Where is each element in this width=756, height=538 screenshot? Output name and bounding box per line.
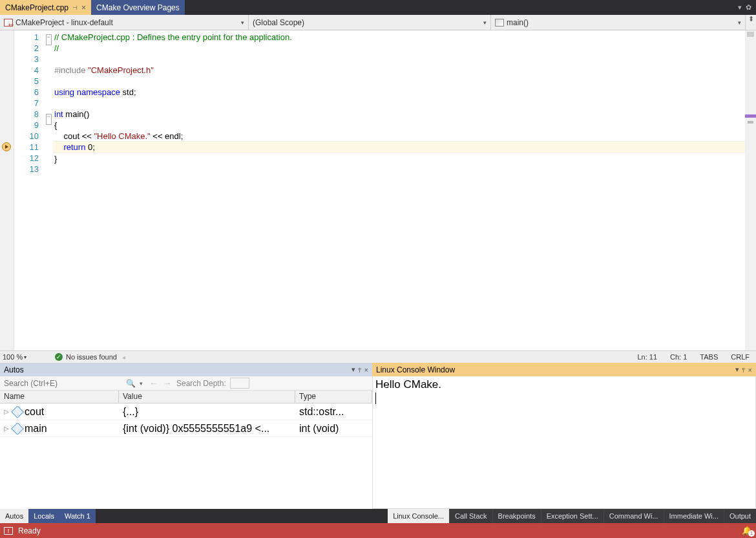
variable-icon (11, 406, 24, 418)
variable-icon (11, 423, 24, 435)
autos-search-input[interactable] (0, 377, 126, 390)
code-line[interactable] (53, 54, 745, 65)
close-icon[interactable]: × (81, 3, 86, 12)
chevron-down-icon: ▾ (24, 354, 26, 360)
close-icon[interactable]: × (364, 366, 368, 374)
error-list-icon[interactable]: ! (4, 527, 13, 535)
fold-toggle[interactable]: − (46, 114, 52, 125)
editor-status-bar: 100 % ▾ ✓ No issues found ◂ Ln: 11 Ch: 1… (0, 350, 756, 363)
tab-cmake-overview[interactable]: CMake Overview Pages (91, 0, 185, 15)
pin-icon[interactable]: ⊣ (72, 5, 78, 11)
nav-right-icon[interactable]: → (163, 378, 171, 388)
code-line[interactable]: { (53, 120, 745, 131)
bottom-tab-autos[interactable]: Autos (0, 509, 28, 523)
bottom-tab[interactable]: Exception Sett... (541, 509, 604, 523)
bottom-tab-strip: AutosLocalsWatch 1 Linux Console...Call … (0, 509, 756, 523)
breakpoint-margin[interactable] (0, 30, 14, 350)
config-dropdown[interactable]: CMakeProject - linux-default ▾ (0, 15, 249, 30)
autos-row[interactable]: ▷main{int (void)} 0x5555555551a9 <...int… (0, 420, 372, 437)
status-text: Ready (18, 526, 41, 535)
close-icon[interactable]: × (748, 366, 752, 374)
bottom-tab[interactable]: Breakpoints (493, 509, 541, 523)
autos-row[interactable]: ▷cout{...}std::ostr... (0, 404, 372, 420)
bottom-tab-locals[interactable]: Locals (28, 509, 59, 523)
autos-grid-header: Name Value Type (0, 391, 372, 404)
chevron-down-icon[interactable]: ▾ (140, 380, 147, 387)
col-name[interactable]: Name (0, 391, 119, 403)
col-indicator[interactable]: Ch: 1 (670, 353, 687, 361)
zoom-dropdown[interactable]: 100 % ▾ (0, 353, 36, 361)
var-value[interactable]: {int (void)} 0x5555555551a9 <... (119, 423, 295, 435)
indent-indicator[interactable]: TABS (700, 353, 718, 361)
code-editor[interactable]: 12345678910111213 −− // CMakeProject.cpp… (0, 30, 756, 350)
line-indicator[interactable]: Ln: 11 (637, 353, 657, 361)
code-line[interactable] (53, 98, 745, 109)
bottom-tab[interactable]: Linux Console... (388, 509, 449, 523)
chevron-down-icon: ▾ (241, 19, 244, 26)
dropdown-icon[interactable]: ▾ (738, 3, 742, 12)
notification-count: 1 (748, 530, 755, 537)
scrollbar-thumb[interactable] (747, 32, 754, 37)
autos-grid-body[interactable]: ▷cout{...}std::ostr...▷main{int (void)} … (0, 404, 372, 509)
pin-icon[interactable]: ⫯ (358, 366, 362, 374)
autos-panel: Autos ▾ ⫯ × 🔍 ▾ ← → Search Depth: Name V… (0, 363, 372, 509)
method-icon (495, 19, 504, 27)
tab-active-file[interactable]: CMakeProject.cpp ⊣ × (0, 0, 91, 15)
col-value[interactable]: Value (119, 391, 295, 403)
eol-indicator[interactable]: CRLF (731, 353, 750, 361)
code-content[interactable]: // CMakeProject.cpp : Defines the entry … (53, 30, 745, 350)
config-label: CMakeProject - linux-default (16, 18, 113, 27)
issues-label: No issues found (66, 353, 117, 361)
bottom-tab[interactable]: Command Wi... (604, 509, 664, 523)
var-value[interactable]: {...} (119, 406, 295, 418)
autos-title-bar[interactable]: Autos ▾ ⫯ × (0, 363, 372, 376)
nav-left-icon[interactable]: ← (149, 378, 158, 388)
scope-dropdown[interactable]: (Global Scope) ▾ (249, 15, 491, 30)
bottom-tab[interactable]: Call Stack (450, 509, 492, 523)
function-dropdown[interactable]: main() ▾ (491, 15, 746, 30)
col-type[interactable]: Type (295, 391, 372, 403)
fold-column[interactable]: −− (44, 30, 53, 350)
scrollbar-marker (745, 114, 756, 118)
bottom-tab-watch-1[interactable]: Watch 1 (59, 509, 96, 523)
navigation-bar: CMakeProject - linux-default ▾ (Global S… (0, 15, 756, 30)
issues-indicator[interactable]: ✓ No issues found (55, 353, 117, 361)
bottom-tab[interactable]: Immediate Wi... (664, 509, 724, 523)
dropdown-icon[interactable]: ▾ (735, 365, 739, 374)
code-line[interactable]: // (53, 43, 745, 54)
console-title-bar[interactable]: Linux Console Window ▾ ⫯ × (372, 363, 756, 376)
var-type: std::ostr... (295, 406, 372, 418)
expand-icon[interactable]: ▷ (4, 425, 10, 432)
code-line[interactable] (53, 164, 745, 175)
bottom-panels: Autos ▾ ⫯ × 🔍 ▾ ← → Search Depth: Name V… (0, 363, 756, 509)
var-name: main (25, 423, 47, 435)
dropdown-icon[interactable]: ▾ (352, 365, 355, 374)
console-text: Hello CMake. (375, 378, 441, 391)
autos-search-row: 🔍 ▾ ← → Search Depth: (0, 376, 372, 391)
execution-pointer-icon[interactable] (2, 142, 11, 151)
pin-icon[interactable]: ⫯ (742, 366, 746, 374)
code-line[interactable]: return 0; (53, 141, 745, 153)
nav-left-icon[interactable]: ◂ (122, 354, 125, 361)
bottom-tab[interactable]: Output (724, 509, 756, 523)
notifications-icon[interactable]: 🔔1 (742, 526, 752, 535)
line-number-gutter: 12345678910111213 (14, 30, 44, 350)
split-window-button[interactable]: ⬍ (746, 15, 756, 30)
code-line[interactable]: using namespace std; (53, 87, 745, 98)
code-line[interactable]: int main() (53, 109, 745, 120)
console-output[interactable]: Hello CMake. (372, 376, 756, 509)
code-line[interactable]: cout << "Hello CMake." << endl; (53, 131, 745, 142)
code-line[interactable]: #include "CMakeProject.h" (53, 65, 745, 76)
vertical-scrollbar[interactable] (745, 30, 756, 350)
code-line[interactable]: // CMakeProject.cpp : Defines the entry … (53, 32, 745, 43)
gear-icon[interactable]: ✿ (746, 3, 751, 12)
checkmark-icon: ✓ (55, 353, 63, 361)
panel-title: Linux Console Window (376, 365, 455, 374)
depth-dropdown[interactable] (230, 378, 249, 389)
search-icon[interactable]: 🔍 (126, 379, 140, 388)
expand-icon[interactable]: ▷ (4, 408, 10, 415)
tabs-right-controls: ▾ ✿ (736, 0, 756, 15)
code-line[interactable]: } (53, 153, 745, 164)
code-line[interactable] (53, 76, 745, 87)
fold-toggle[interactable]: − (46, 34, 52, 45)
